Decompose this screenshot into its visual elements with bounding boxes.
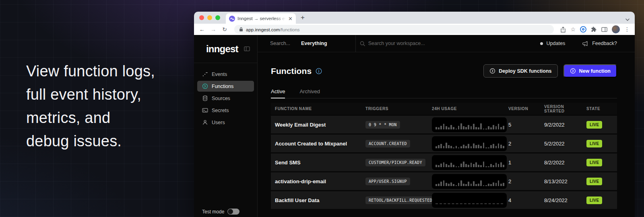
table-row[interactable]: Weekly Email Digest 0 9 * * MON 5 9/2/20… — [271, 116, 617, 133]
usage-bar — [456, 146, 457, 148]
table-row[interactable]: activation-drip-email APP/USER.SIGNUP 2 … — [271, 172, 617, 190]
minimize-window-icon[interactable] — [207, 15, 212, 20]
column-state: STATE — [586, 106, 617, 111]
function-name: Send SMS — [271, 160, 365, 166]
usage-bar — [490, 184, 492, 186]
usage-bar — [495, 146, 497, 148]
browser-tab[interactable]: Inngest → serverless event-dri ✕ — [226, 13, 296, 24]
kebab-menu-icon[interactable]: ⋮ — [624, 26, 630, 33]
search-input[interactable] — [368, 41, 465, 46]
usage-bar — [483, 185, 485, 186]
hero-line: metrics, and — [26, 106, 155, 129]
address-bar[interactable]: app.inngest.com/functions — [234, 25, 554, 34]
trigger-badge: 0 9 * * MON — [365, 121, 400, 129]
new-function-circle-icon — [570, 68, 576, 74]
version-started-value: 5/2/2022 — [544, 141, 586, 147]
usage-bar — [490, 145, 492, 148]
close-window-icon[interactable] — [199, 15, 204, 20]
megaphone-icon — [582, 41, 588, 47]
url-path: /functions — [280, 27, 299, 32]
usage-bar — [440, 182, 442, 186]
column-function-name: FUNCTION NAME — [271, 106, 365, 111]
usage-bar — [446, 143, 447, 148]
lock-icon — [239, 27, 243, 32]
secrets-icon — [202, 107, 208, 113]
new-function-button[interactable]: New function — [564, 64, 617, 78]
tab-active[interactable]: Active — [271, 88, 285, 98]
browser-window: Inngest → serverless event-dri ✕ + ← → ↻… — [194, 12, 635, 217]
table-row[interactable]: Account Created to Mixpanel ACCOUNT.CREA… — [271, 135, 617, 152]
usage-bar — [438, 127, 440, 129]
avatar[interactable] — [612, 25, 620, 33]
sidebar-collapse-icon[interactable] — [244, 46, 250, 51]
usage-bar — [443, 146, 445, 148]
usage-bar — [475, 127, 477, 129]
search-scope-everything[interactable]: Everything — [301, 41, 327, 46]
table-row[interactable]: Send SMS CUSTOMER/PICKUP.READY 1 8/2/202… — [271, 154, 617, 171]
usage-bar — [438, 184, 440, 186]
inngest-app: inngest Events Functions Sources — [194, 35, 635, 217]
usage-bar — [485, 166, 487, 167]
usage-bar — [456, 129, 457, 129]
sources-icon — [202, 95, 208, 101]
usage-bar — [468, 125, 469, 129]
chevron-down-icon[interactable] — [625, 18, 630, 21]
maximize-window-icon[interactable] — [215, 15, 220, 20]
usage-bar — [483, 162, 485, 167]
state-badge: LIVE — [586, 197, 602, 204]
usage-bar — [480, 180, 482, 186]
tab-close-icon[interactable]: ✕ — [288, 16, 293, 21]
sidebar-item-secrets[interactable]: Secrets — [197, 105, 254, 116]
usage-bar — [488, 147, 489, 148]
usage-bar — [475, 162, 477, 167]
usage-bar — [495, 183, 497, 186]
extensions-puzzle-icon[interactable] — [591, 27, 597, 33]
usage-bar — [443, 124, 445, 129]
deploy-sdk-functions-button[interactable]: Deploy SDK functions — [483, 64, 557, 78]
usage-bar — [463, 145, 464, 148]
sidebar-item-users[interactable]: Users — [197, 117, 254, 128]
usage-bar — [500, 145, 502, 148]
sidebar-item-label: Sources — [212, 96, 230, 101]
usage-bar — [440, 164, 442, 167]
usage-bar — [488, 184, 489, 186]
usage-bar — [465, 164, 467, 167]
usage-bar — [460, 123, 462, 129]
sidebar-item-sources[interactable]: Sources — [197, 93, 254, 104]
onepassword-icon[interactable] — [580, 26, 586, 33]
column-version-started: VERSION STARTED — [544, 104, 586, 113]
sidebar-item-events[interactable]: Events — [197, 69, 254, 80]
usage-bar — [500, 127, 502, 129]
usage-bar — [436, 127, 437, 129]
usage-bar — [488, 126, 489, 129]
feedback-link[interactable]: Feedback? — [592, 41, 617, 46]
reload-icon[interactable]: ↻ — [220, 26, 229, 33]
updates-dot-icon — [540, 42, 543, 45]
workspace-topbar: Search... Everything Updates Feedback? — [258, 35, 635, 52]
usage-bar — [448, 184, 450, 186]
trigger-badge: RETOOL/BACKFILL.REQUESTED — [365, 197, 436, 204]
forward-icon[interactable]: → — [208, 26, 218, 33]
usage-bar — [478, 127, 479, 129]
new-tab-icon[interactable]: + — [301, 13, 305, 22]
bookmark-star-icon[interactable]: ☆ — [570, 27, 576, 32]
tab-archived[interactable]: Archived — [299, 88, 320, 98]
usage-bar — [460, 180, 462, 186]
updates-link[interactable]: Updates — [547, 41, 566, 46]
functions-table: FUNCTION NAME TRIGGERS 24H USAGE VERSION… — [271, 103, 617, 209]
function-name: activation-drip-email — [271, 178, 365, 184]
side-panel-icon[interactable] — [601, 27, 607, 32]
usage-bar — [448, 145, 450, 148]
usage-bar — [463, 126, 464, 129]
usage-bar — [443, 162, 445, 167]
test-mode-toggle[interactable] — [227, 209, 239, 215]
state-badge: LIVE — [586, 178, 602, 185]
table-row[interactable]: Backfill User Data RETOOL/BACKFILL.REQUE… — [271, 191, 617, 209]
workspace-search[interactable] — [360, 41, 540, 46]
usage-bar — [495, 163, 497, 167]
info-icon[interactable] — [316, 68, 322, 74]
back-icon[interactable]: ← — [197, 26, 207, 33]
share-icon[interactable] — [560, 27, 566, 33]
sidebar: inngest Events Functions Sources — [194, 35, 258, 217]
sidebar-item-functions[interactable]: Functions — [197, 81, 254, 92]
